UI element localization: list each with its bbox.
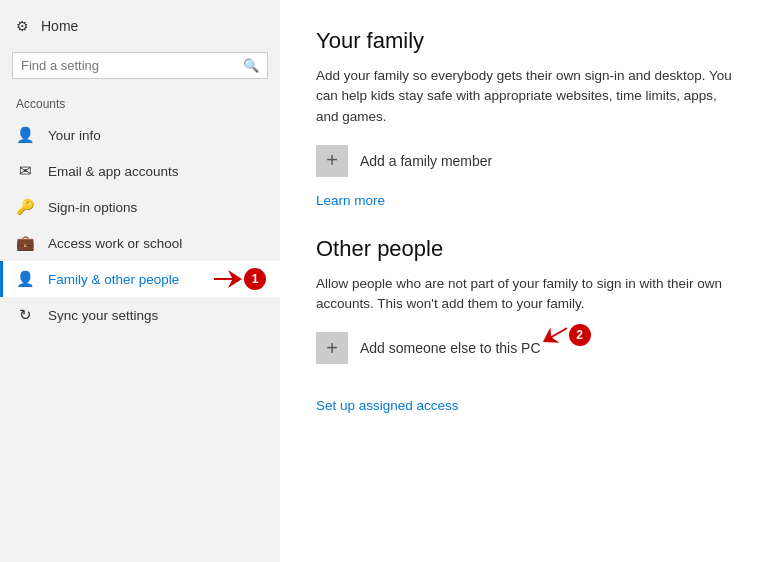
search-input[interactable] (21, 58, 243, 73)
nav-label: Email & app accounts (48, 164, 179, 179)
people-icon: 👤 (16, 270, 34, 288)
arrow-1-icon (214, 270, 242, 288)
annotation-circle-1: 1 (244, 268, 266, 290)
add-family-member-button[interactable]: + Add a family member (316, 145, 732, 177)
annotation-circle-2: 2 (569, 324, 591, 346)
add-family-label: Add a family member (360, 153, 492, 169)
annotation-2: 2 (541, 324, 591, 346)
sidebar-item-sync[interactable]: ↻ Sync your settings (0, 297, 280, 333)
search-icon: 🔍 (243, 58, 259, 73)
nav-label: Your info (48, 128, 101, 143)
nav-label: Access work or school (48, 236, 182, 251)
your-family-description: Add your family so everybody gets their … (316, 66, 732, 127)
nav-label: Sign-in options (48, 200, 137, 215)
plus-icon: + (316, 145, 348, 177)
add-other-person-button[interactable]: + Add someone else to this PC 2 (316, 332, 541, 364)
home-label: Home (41, 18, 78, 34)
sidebar: ⚙ Home 🔍 Accounts 👤 Your info ✉ Email & … (0, 0, 280, 562)
other-people-title: Other people (316, 236, 732, 262)
other-people-description: Allow people who are not part of your fa… (316, 274, 732, 315)
add-other-label: Add someone else to this PC (360, 340, 541, 356)
svg-marker-0 (214, 270, 242, 288)
key-icon: 🔑 (16, 198, 34, 216)
nav-label: Family & other people (48, 272, 179, 287)
set-up-assigned-access-link[interactable]: Set up assigned access (316, 398, 459, 413)
your-family-title: Your family (316, 28, 732, 54)
sidebar-item-family[interactable]: 👤 Family & other people 1 (0, 261, 280, 297)
arrow-2-icon (538, 320, 571, 350)
nav-label: Sync your settings (48, 308, 158, 323)
svg-marker-1 (538, 320, 571, 350)
sidebar-item-your-info[interactable]: 👤 Your info (0, 117, 280, 153)
main-content: Your family Add your family so everybody… (280, 0, 768, 562)
search-box: 🔍 (12, 52, 268, 79)
accounts-section-label: Accounts (0, 87, 280, 117)
annotation-1: 1 (214, 268, 266, 290)
home-icon: ⚙ (16, 18, 29, 34)
sidebar-item-home[interactable]: ⚙ Home (0, 8, 280, 44)
plus-icon-2: + (316, 332, 348, 364)
sidebar-item-sign-in[interactable]: 🔑 Sign-in options (0, 189, 280, 225)
sync-icon: ↻ (16, 306, 34, 324)
sidebar-item-work-school[interactable]: 💼 Access work or school (0, 225, 280, 261)
briefcase-icon: 💼 (16, 234, 34, 252)
email-icon: ✉ (16, 162, 34, 180)
sidebar-item-email-app[interactable]: ✉ Email & app accounts (0, 153, 280, 189)
person-icon: 👤 (16, 126, 34, 144)
learn-more-link[interactable]: Learn more (316, 193, 385, 208)
